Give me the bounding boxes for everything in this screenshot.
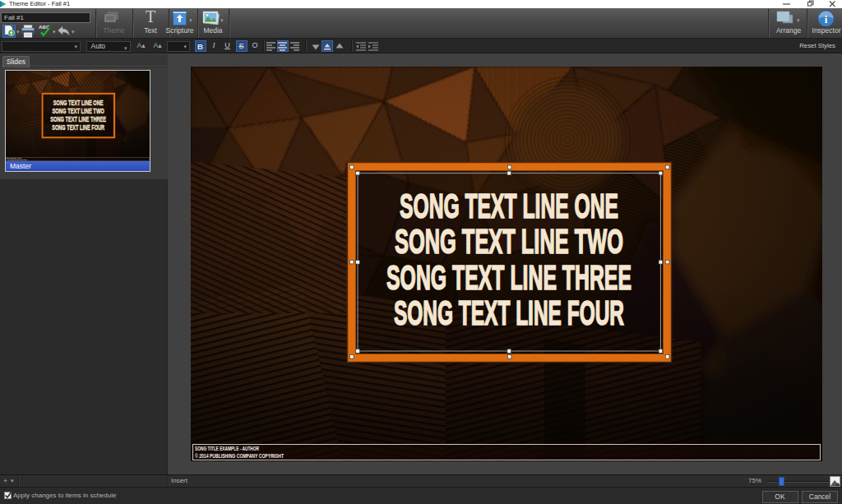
- svg-text:i: i: [825, 13, 828, 25]
